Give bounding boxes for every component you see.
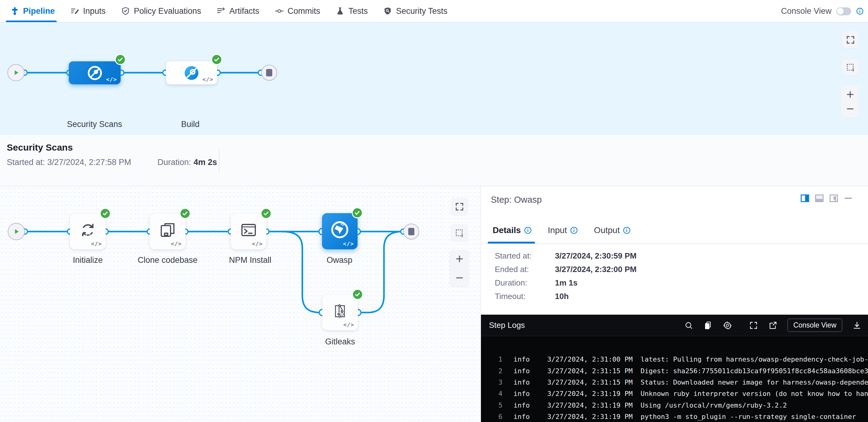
tab-policy-evaluations[interactable]: Policy Evaluations [121,0,201,22]
step-select-region-button[interactable] [451,224,468,242]
dashed-selection-icon [846,63,856,72]
flask-icon [336,6,345,15]
minimize-panel-icon[interactable] [843,194,853,203]
play-icon [12,227,21,236]
download-icon[interactable] [852,321,862,330]
step-start-node[interactable] [8,223,25,240]
step-logs-body[interactable]: 1info3/27/2024, 2:31:00 PMlatest: Pullin… [481,336,868,422]
ci-module-icon [183,65,200,81]
copy-icon[interactable] [704,321,713,330]
step-label: Initialize [73,256,103,265]
stage-select-region-button[interactable] [842,59,859,76]
tab-tests[interactable]: Tests [336,0,368,22]
pipeline-execution-page: Pipeline Inputs Policy Evaluations Artif… [0,0,868,422]
zoom-in-icon[interactable] [846,90,855,99]
zoom-in-icon[interactable] [455,254,464,263]
step-label: Gitleaks [325,337,355,347]
stage-duration: Duration:4m 2s [157,158,217,167]
floating-view-icon[interactable] [829,194,839,203]
console-view-info-icon[interactable] [856,7,864,15]
step-node-npm-install[interactable]: </> [231,214,267,249]
pipeline-icon [10,6,19,15]
top-nav: Pipeline Inputs Policy Evaluations Artif… [0,0,868,22]
stop-icon [408,228,414,235]
step-node-gitleaks[interactable]: </> [322,295,358,330]
step-label: Owasp [327,256,352,265]
bottom-view-icon[interactable] [814,194,825,203]
info-icon[interactable] [623,226,631,234]
logs-console-view-button[interactable]: Console View [787,319,842,332]
tab-tests-label: Tests [348,6,368,16]
step-fullscreen-button[interactable] [451,198,468,215]
success-badge [211,54,222,65]
toggle-knob [837,8,844,15]
stage-fullscreen-button[interactable] [842,31,859,48]
stage-info-title: Security Scans [7,142,73,153]
step-node-clone-codebase[interactable]: </> [150,214,185,249]
stage-end-node[interactable] [261,65,277,80]
open-in-new-icon[interactable] [768,321,777,330]
zoom-out-icon[interactable] [846,104,855,113]
play-icon [12,68,20,77]
stage-info-bar: Security Scans Started at: 3/27/2024, 2:… [0,135,868,186]
success-badge [352,289,363,300]
search-icon[interactable] [684,321,693,330]
console-view-toggle[interactable] [836,7,851,15]
fullscreen-icon[interactable] [749,321,758,330]
stage-graph-canvas[interactable]: </> Security Scans </> Build [0,22,868,135]
detail-row: Timeout: 10h [495,290,637,303]
panel-layout-controls [800,194,853,203]
zoom-out-icon[interactable] [455,273,464,283]
stage-node-build[interactable]: </> [166,61,217,84]
log-line: 2info3/27/2024, 2:31:15 PMDigest: sha256… [481,365,868,376]
stage-label: Build [181,120,199,129]
step-graph-canvas[interactable]: </> Initialize </> Clone codebase </> NP… [0,186,480,422]
dashed-selection-icon [455,228,464,238]
tab-inputs[interactable]: Inputs [70,0,106,22]
success-badge [100,208,111,219]
stage-label: Security Scans [67,120,122,129]
stage-start-node[interactable] [7,64,25,81]
tab-commits-label: Commits [288,6,320,16]
terminal-icon [240,221,257,239]
info-icon[interactable] [570,226,578,234]
tab-artifacts[interactable]: Artifacts [216,0,259,22]
stage-node-security-scans[interactable]: </> [69,61,121,84]
stage-started-at: Started at: 3/27/2024, 2:27:58 PM [7,158,131,167]
step-node-owasp[interactable]: </> [322,213,358,249]
success-badge [115,54,126,65]
step-label: NPM Install [229,256,271,265]
panel-tabs: Details Input Output [481,217,868,244]
success-badge [260,208,272,219]
tab-output[interactable]: Output [594,217,631,244]
log-line: 6info3/27/2024, 2:31:19 PMpython3 -m sto… [481,411,868,422]
code-glyph: </> [343,321,354,328]
gear-icon[interactable] [723,321,732,330]
code-glyph: </> [202,76,213,83]
owasp-icon [330,220,350,240]
step-logs-header: Step Logs Console View [481,315,868,336]
ci-module-icon [87,65,103,81]
stage-connectors [0,22,307,135]
step-node-initialize[interactable]: </> [70,214,105,249]
step-logs-panel: Step Logs Console View 1info3/27/2024, 2… [481,315,868,422]
success-badge [352,207,363,218]
tab-details[interactable]: Details [493,217,532,244]
code-glyph: </> [106,76,117,83]
tab-input[interactable]: Input [548,217,578,244]
step-end-node[interactable] [403,224,419,239]
tab-commits[interactable]: Commits [275,0,320,22]
step-label: Clone codebase [137,256,197,265]
tab-pipeline[interactable]: Pipeline [10,0,55,22]
tab-security-tests[interactable]: Security Tests [383,0,447,22]
console-view-label: Console View [781,6,832,16]
gitleaks-icon [331,302,349,320]
fullscreen-icon [455,202,464,212]
info-icon[interactable] [524,226,532,234]
step-panel-title: Step: Owasp [491,195,542,205]
tab-pipeline-label: Pipeline [23,6,55,16]
commit-icon [275,6,284,15]
split-view-icon[interactable] [800,194,810,203]
divider [219,149,219,173]
detail-row: Started at: 3/27/2024, 2:30:59 PM [495,249,637,262]
